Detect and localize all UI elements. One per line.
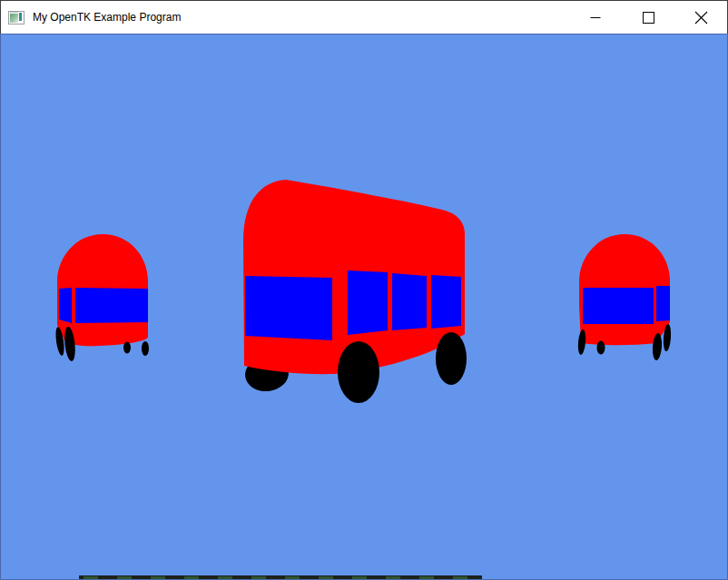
- bus-right-windows: [583, 286, 670, 324]
- bus-center-window-side-2: [392, 273, 427, 330]
- wheel: [142, 341, 149, 356]
- strip-dash: [151, 576, 165, 579]
- app-icon-teal-bar: [19, 13, 22, 21]
- app-icon[interactable]: [8, 11, 25, 25]
- wheel: [338, 341, 379, 403]
- bus-right-window-side: [656, 286, 670, 321]
- bus-center-window-front: [245, 276, 332, 340]
- strip-dash: [386, 576, 400, 579]
- bus-right-window-main: [583, 288, 654, 324]
- strip-dash: [117, 576, 132, 579]
- strip-dash: [319, 576, 333, 579]
- app-icon-green-pane: [10, 14, 18, 23]
- wheel: [597, 341, 605, 355]
- bus-center-window-side-1: [348, 270, 388, 335]
- strip-dash: [352, 576, 367, 579]
- bus-right: [577, 234, 672, 360]
- close-button[interactable]: [674, 1, 727, 34]
- strip-dash: [285, 576, 300, 579]
- maximize-icon: [643, 12, 654, 24]
- bus-left-window-side: [59, 288, 72, 323]
- minimize-icon: [590, 12, 601, 23]
- window-title: My OpenTK Example Program: [33, 11, 569, 24]
- strip-dash: [184, 576, 199, 579]
- strip-dash: [419, 576, 434, 579]
- bus-left-window-main: [75, 288, 148, 323]
- bus-center-window-side-3: [431, 275, 461, 329]
- bottom-strip: [79, 575, 482, 579]
- strip-dash: [453, 576, 467, 579]
- maximize-button[interactable]: [622, 1, 674, 34]
- minimize-button[interactable]: [569, 1, 622, 34]
- app-icon-topline: [10, 12, 18, 13]
- strip-dash: [218, 576, 232, 579]
- wheel: [436, 332, 467, 385]
- caption-buttons: [569, 1, 727, 34]
- strip-dash: [84, 576, 98, 579]
- gl-viewport[interactable]: [0, 34, 728, 580]
- close-icon: [694, 11, 708, 25]
- app-window: My OpenTK Example Program: [0, 0, 728, 580]
- titlebar[interactable]: My OpenTK Example Program: [0, 0, 728, 34]
- wheel: [123, 342, 131, 354]
- strip-dash: [251, 576, 266, 579]
